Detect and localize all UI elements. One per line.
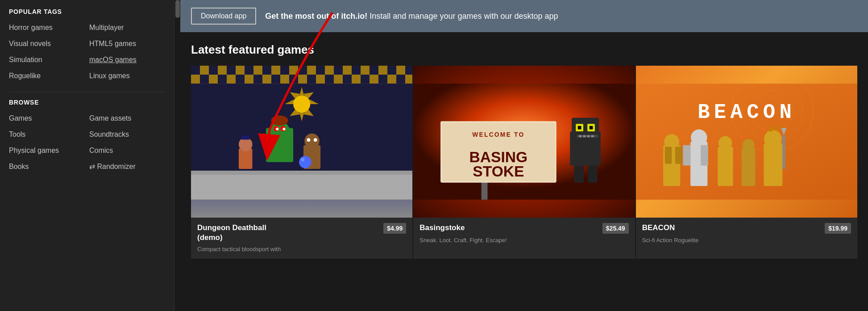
svg-rect-40 — [590, 126, 593, 130]
sidebar-item-soundtracks[interactable]: Soundtracks — [89, 127, 165, 142]
game-card-beacon[interactable]: BEACON — [635, 66, 857, 259]
svg-rect-25 — [239, 148, 253, 169]
scrollbar-thumb — [175, 0, 180, 18]
basingstoke-art: WELCOME TO BASING STOKE — [413, 66, 635, 218]
game-thumbnail-basingstoke: WELCOME TO BASING STOKE — [413, 66, 635, 218]
sidebar-item-comics[interactable]: Comics — [89, 143, 165, 158]
sidebar-item-horror-games[interactable]: Horror games — [9, 21, 85, 35]
game-desc-dungeon: Compact tactical bloodsport with — [197, 245, 406, 253]
svg-rect-65 — [764, 143, 782, 186]
game-card-basingstoke[interactable]: WELCOME TO BASING STOKE — [412, 66, 635, 259]
featured-title: Latest featured games — [191, 43, 857, 57]
svg-point-26 — [239, 138, 253, 151]
game-info-beacon: BEACON $19.99 Sci-fi Action Roguelite — [636, 218, 857, 250]
sidebar-item-physical-games[interactable]: Physical games — [9, 143, 85, 158]
svg-rect-69 — [782, 135, 785, 169]
game-desc-beacon: Sci-fi Action Roguelite — [642, 236, 851, 244]
svg-rect-36 — [572, 118, 599, 142]
svg-point-18 — [271, 115, 288, 126]
game-title-dungeon: Dungeon Deathball(demo) — [197, 223, 266, 243]
game-info-basingstoke: Basingstoke $25.49 Sneak. Loot. Craft. F… — [413, 218, 635, 250]
sidebar-item-tools[interactable]: Tools — [9, 127, 85, 142]
main-content: Download app Get the most out of itch.io… — [180, 0, 868, 311]
svg-rect-44 — [587, 135, 590, 137]
svg-rect-11 — [191, 171, 412, 175]
svg-rect-43 — [583, 135, 586, 137]
svg-point-24 — [301, 158, 305, 162]
sidebar-scrollbar[interactable] — [174, 0, 180, 311]
svg-rect-10 — [191, 172, 412, 200]
sidebar-item-games[interactable]: Games — [9, 111, 85, 126]
games-grid: Dungeon Deathball(demo) $4.99 Compact ta… — [191, 66, 857, 259]
game-desc-basingstoke: Sneak. Loot. Craft. Fight. Escape! — [419, 236, 628, 244]
promo-text-bold: Get the most out of itch.io! — [265, 12, 367, 21]
svg-point-17 — [282, 128, 285, 130]
svg-rect-42 — [579, 135, 581, 137]
svg-rect-46 — [574, 165, 584, 182]
svg-rect-39 — [578, 126, 581, 130]
game-thumbnail-dungeon — [191, 66, 412, 218]
svg-rect-59 — [683, 145, 690, 166]
svg-text:STOKE: STOKE — [473, 163, 524, 180]
svg-rect-55 — [665, 147, 672, 164]
popular-tags-grid: Horror games Multiplayer Visual novels H… — [9, 21, 165, 83]
sidebar-item-html5-games[interactable]: HTML5 games — [89, 37, 165, 51]
sidebar-item-books[interactable]: Books — [9, 160, 85, 174]
sidebar-item-randomizer[interactable]: ⇄ Randomizer — [89, 160, 165, 174]
svg-point-21 — [307, 138, 311, 142]
popular-tags-title: POPULAR TAGS — [9, 8, 165, 15]
sidebar-item-macos-games[interactable]: macOS games — [89, 53, 165, 67]
svg-point-66 — [764, 130, 782, 148]
game-price-dungeon: $4.99 — [383, 223, 406, 234]
sidebar-item-roguelike[interactable]: Roguelike — [9, 69, 85, 83]
svg-rect-61 — [718, 147, 733, 186]
download-app-button[interactable]: Download app — [191, 8, 256, 25]
svg-point-22 — [314, 138, 317, 142]
featured-section: Latest featured games — [180, 32, 868, 259]
game-title-row-beacon: BEACON $19.99 — [642, 223, 851, 234]
sidebar-item-visual-novels[interactable]: Visual novels — [9, 37, 85, 51]
promo-bar: Download app Get the most out of itch.io… — [180, 0, 868, 32]
sidebar-item-multiplayer[interactable]: Multiplayer — [89, 21, 165, 35]
game-title-beacon: BEACON — [642, 223, 675, 233]
sidebar-item-linux-games[interactable]: Linux games — [89, 69, 165, 83]
game-title-row-dungeon: Dungeon Deathball(demo) $4.99 — [197, 223, 406, 243]
svg-rect-63 — [741, 148, 755, 186]
basingstoke-svg: WELCOME TO BASING STOKE — [413, 66, 635, 218]
browse-grid: Games Game assets Tools Soundtracks Phys… — [9, 111, 165, 174]
svg-point-16 — [276, 128, 278, 130]
randomizer-icon: ⇄ — [89, 163, 97, 170]
game-thumbnail-beacon: BEACON — [636, 66, 857, 218]
svg-rect-27 — [241, 135, 249, 139]
beacon-svg: BEACON — [636, 66, 857, 218]
game-price-beacon: $19.99 — [825, 223, 851, 234]
dungeon-art — [191, 66, 412, 218]
beacon-art: BEACON — [636, 66, 857, 218]
sidebar-item-game-assets[interactable]: Game assets — [89, 111, 165, 126]
game-title-basingstoke: Basingstoke — [419, 223, 465, 233]
game-info-dungeon: Dungeon Deathball(demo) $4.99 Compact ta… — [191, 218, 412, 259]
svg-rect-45 — [591, 135, 594, 137]
svg-point-58 — [691, 130, 707, 146]
svg-point-9 — [293, 96, 310, 113]
svg-point-62 — [718, 136, 732, 150]
svg-rect-56 — [675, 147, 681, 164]
game-price-basingstoke: $25.49 — [602, 223, 629, 234]
promo-text: Get the most out of itch.io! Install and… — [265, 12, 558, 21]
svg-text:BEACON: BEACON — [698, 101, 796, 124]
game-title-row-basingstoke: Basingstoke $25.49 — [419, 223, 628, 234]
main-inner: Download app Get the most out of itch.io… — [180, 0, 868, 311]
svg-rect-60 — [701, 145, 708, 166]
svg-point-20 — [304, 134, 320, 149]
sidebar: POPULAR TAGS Horror games Multiplayer Vi… — [0, 0, 174, 311]
browse-title: BROWSE — [9, 99, 165, 106]
game-card-dungeon-deathball[interactable]: Dungeon Deathball(demo) $4.99 Compact ta… — [191, 66, 412, 259]
sidebar-item-simulation[interactable]: Simulation — [9, 53, 85, 67]
sidebar-divider — [9, 92, 165, 92]
promo-text-rest: Install and manage your games with our d… — [370, 12, 558, 21]
svg-rect-47 — [588, 165, 597, 182]
dungeon-svg — [191, 66, 412, 218]
svg-text:WELCOME TO: WELCOME TO — [473, 131, 525, 138]
svg-point-64 — [742, 139, 754, 151]
svg-point-23 — [299, 156, 311, 168]
